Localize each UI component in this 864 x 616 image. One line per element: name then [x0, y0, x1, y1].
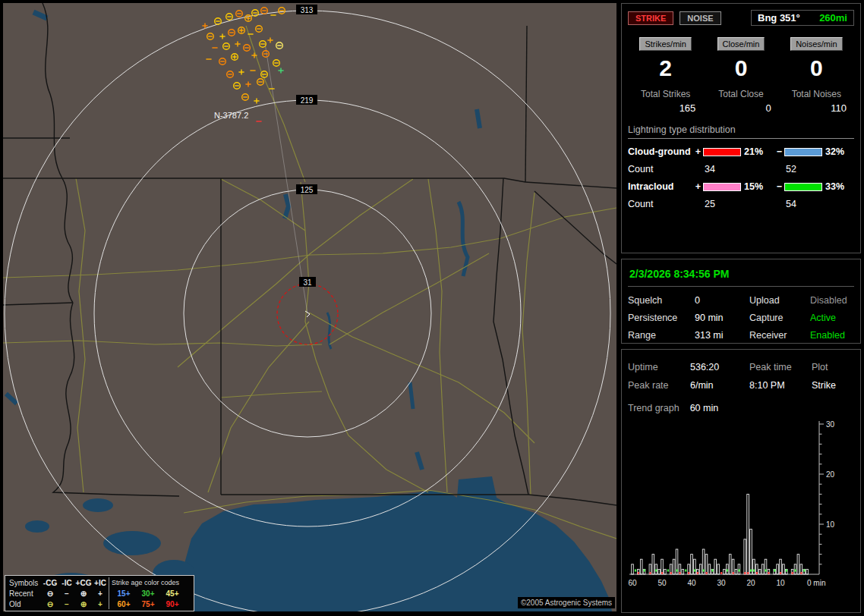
- age-90: 90+: [160, 600, 184, 608]
- noises-per-min-column: Noises/min 0 Total Noises 110: [779, 36, 854, 114]
- bearing-range-value: 260mi: [819, 12, 847, 24]
- legend-old-row: Old ⊖ − ⊕ + 60+ 75+ 90+: [7, 599, 192, 609]
- map-copyright: ©2005 Astrogenic Systems: [518, 597, 615, 608]
- legend-col-neg-ic: -IC: [58, 579, 75, 587]
- cg-plus-bar: [703, 148, 741, 156]
- total-close-value: 0: [703, 102, 778, 114]
- lightning-map[interactable]: 313 219 125 31 N-3787.2 ©2005 Astrogeni: [3, 3, 616, 611]
- pos-ic-old-icon: +: [92, 600, 109, 608]
- age-30: 30+: [136, 589, 160, 598]
- total-noises-value: 110: [779, 102, 854, 114]
- close-per-min-column: Close/min 0 Total Close 0: [703, 36, 778, 114]
- ic-plus-count: 25: [703, 199, 743, 209]
- squelch-value: 0: [695, 295, 749, 306]
- storm-cell-label: N-3787.2: [214, 111, 248, 120]
- peak-rate-value: 6/min: [690, 380, 749, 391]
- persistence-value: 90 min: [695, 313, 749, 323]
- legend-col-pos-ic: +IC: [92, 579, 109, 587]
- close-per-min-button[interactable]: Close/min: [717, 37, 765, 51]
- svg-text:40: 40: [687, 579, 696, 587]
- svg-text:30: 30: [826, 420, 835, 429]
- intracloud-label: Intracloud: [628, 181, 693, 192]
- trend-graph-window: 60 min: [690, 403, 719, 413]
- noises-per-min-button[interactable]: Noises/min: [790, 37, 842, 51]
- ic-minus-bar: [784, 183, 822, 191]
- legend-recent-row: Recent ⊖ − ⊕ + 15+ 30+ 45+: [7, 588, 192, 599]
- datetime-display: 2/3/2026 8:34:56 PM: [628, 266, 854, 287]
- plus-sign: +: [693, 181, 703, 192]
- legend-old-label: Old: [7, 600, 42, 608]
- neg-cg-recent-icon: ⊖: [42, 589, 58, 598]
- cg-minus-pct: 32%: [824, 146, 853, 157]
- bearing-value: Bng 351°: [758, 12, 800, 24]
- ic-count-label: Count: [628, 199, 693, 209]
- pos-ic-recent-icon: +: [92, 589, 109, 598]
- upload-label: Upload: [749, 295, 810, 306]
- neg-cg-old-icon: ⊖: [42, 600, 58, 608]
- svg-text:50: 50: [657, 579, 667, 587]
- svg-text:0 min: 0 min: [807, 579, 825, 587]
- svg-text:219: 219: [301, 96, 314, 105]
- plot-value: Strike: [812, 380, 854, 391]
- rate-columns: Strikes/min 2 Total Strikes 165 Close/mi…: [628, 36, 854, 114]
- strike-button[interactable]: STRIKE: [628, 11, 673, 25]
- legend-symbols-header: Symbols: [7, 579, 42, 587]
- total-strikes-label: Total Strikes: [628, 89, 703, 99]
- uptime-value: 536:20: [690, 362, 749, 372]
- svg-text:10: 10: [776, 579, 785, 587]
- noises-per-min-value: 0: [779, 55, 854, 81]
- map-area: 313 219 125 31 N-3787.2 ©2005 Astrogeni: [3, 3, 616, 613]
- range-label: Range: [628, 330, 695, 341]
- neg-ic-old-icon: −: [58, 600, 75, 608]
- ic-plus-pct: 15%: [743, 181, 774, 192]
- ring-label-313: 313: [296, 5, 317, 14]
- range-value: 313 mi: [695, 330, 749, 341]
- ic-minus-pct: 33%: [824, 181, 853, 192]
- age-60: 60+: [112, 600, 136, 608]
- bearing-readout: Bng 351° 260mi: [751, 10, 854, 26]
- svg-text:10: 10: [826, 520, 835, 529]
- cg-minus-bar: [784, 148, 822, 156]
- legend-col-pos-cg: +CG: [75, 579, 92, 587]
- minus-sign: −: [774, 146, 784, 157]
- receiver-label: Receiver: [749, 330, 810, 341]
- legend-age-header: Strike age color codes: [112, 579, 179, 586]
- strike-stats-section: STRIKE NOISE Bng 351° 260mi Strikes/min …: [621, 3, 861, 253]
- noise-button[interactable]: NOISE: [680, 11, 721, 25]
- age-75: 75+: [136, 600, 160, 608]
- svg-text:313: 313: [301, 6, 314, 14]
- cg-plus-count: 34: [703, 164, 743, 174]
- status-section: 2/3/2026 8:34:56 PM Squelch 0 Upload Dis…: [621, 259, 861, 344]
- cg-plus-pct: 21%: [743, 146, 774, 157]
- receiver-value: Enabled: [810, 330, 854, 341]
- ic-plus-bar: [703, 183, 741, 191]
- svg-text:60: 60: [628, 579, 637, 587]
- ring-label-125: 125: [296, 184, 317, 194]
- stats-grid: Uptime 536:20 Peak time Plot Peak rate 6…: [628, 362, 854, 391]
- strikes-per-min-button[interactable]: Strikes/min: [639, 37, 691, 51]
- cloud-ground-label: Cloud-ground: [628, 146, 693, 157]
- peak-time-label: Peak time: [749, 362, 812, 372]
- close-per-min-value: 0: [703, 55, 778, 81]
- minus-sign: −: [774, 181, 784, 192]
- plot-label: Plot: [812, 362, 854, 372]
- cg-count-label: Count: [628, 164, 693, 174]
- side-panel: STRIKE NOISE Bng 351° 260mi Strikes/min …: [621, 3, 861, 613]
- strikes-per-min-column: Strikes/min 2 Total Strikes 165: [628, 36, 703, 114]
- lightning-app-window: 313 219 125 31 N-3787.2 ©2005 Astrogeni: [0, 0, 864, 616]
- plus-sign: +: [693, 146, 703, 157]
- legend-header-row: Symbols -CG -IC +CG +IC Strike age color…: [7, 577, 192, 588]
- svg-text:30: 30: [717, 579, 726, 587]
- trend-graph-label: Trend graph: [628, 403, 680, 413]
- svg-text:31: 31: [303, 278, 312, 287]
- capture-label: Capture: [749, 313, 810, 323]
- distribution-table: Cloud-ground + 21% − 32% Count 34 52 Int…: [628, 146, 854, 209]
- svg-text:125: 125: [301, 186, 314, 194]
- total-close-label: Total Close: [703, 89, 778, 99]
- squelch-label: Squelch: [628, 295, 695, 306]
- map-legend: Symbols -CG -IC +CG +IC Strike age color…: [5, 575, 194, 611]
- strikes-per-min-value: 2: [628, 55, 703, 81]
- upload-value: Disabled: [810, 295, 854, 306]
- peak-rate-label: Peak rate: [628, 380, 690, 391]
- svg-text:©2005 Astrogenic Systems: ©2005 Astrogenic Systems: [521, 599, 612, 607]
